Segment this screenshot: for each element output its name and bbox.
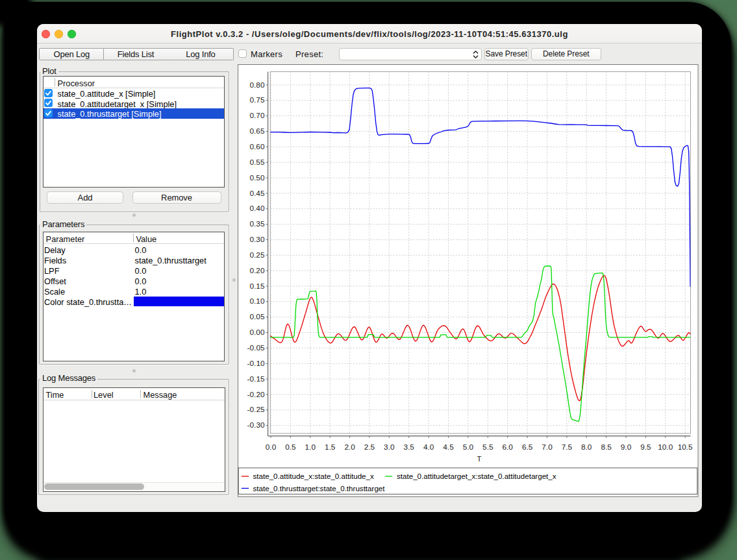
svg-text:3.5: 3.5 — [403, 442, 414, 451]
svg-text:5.5: 5.5 — [482, 442, 493, 451]
svg-text:-0.05: -0.05 — [247, 343, 265, 352]
svg-text:9.5: 9.5 — [640, 442, 651, 451]
svg-text:10.0: 10.0 — [658, 442, 673, 451]
svg-text:7.0: 7.0 — [542, 442, 553, 451]
svg-text:state_0.attitude_x:state_0.att: state_0.attitude_x:state_0.attitude_x — [253, 472, 374, 480]
svg-text:0.25: 0.25 — [250, 250, 265, 259]
svg-text:state_0.attitudetarget_x:state: state_0.attitudetarget_x:state_0.attitud… — [397, 472, 556, 480]
svg-text:0.40: 0.40 — [250, 204, 265, 213]
svg-text:0.20: 0.20 — [250, 265, 265, 274]
svg-text:0.5: 0.5 — [285, 442, 296, 451]
svg-text:0.55: 0.55 — [250, 157, 265, 166]
svg-text:0.05: 0.05 — [250, 312, 265, 321]
svg-text:0.60: 0.60 — [250, 141, 265, 151]
svg-text:0.10: 0.10 — [250, 297, 265, 306]
svg-text:4.5: 4.5 — [443, 442, 454, 451]
svg-text:8.0: 8.0 — [581, 442, 592, 451]
svg-text:9.0: 9.0 — [621, 442, 632, 451]
svg-text:0.15: 0.15 — [250, 281, 265, 290]
svg-text:state_0.thrusttarget:state_0.t: state_0.thrusttarget:state_0.thrusttarge… — [253, 483, 386, 492]
svg-text:0.50: 0.50 — [250, 173, 265, 182]
svg-text:0.0: 0.0 — [266, 442, 277, 451]
svg-text:0.70: 0.70 — [250, 111, 265, 120]
svg-text:2.5: 2.5 — [364, 442, 375, 451]
svg-text:4.0: 4.0 — [423, 442, 434, 451]
svg-text:-0.15: -0.15 — [247, 374, 265, 383]
svg-text:0.35: 0.35 — [250, 219, 265, 228]
svg-text:T: T — [477, 454, 481, 462]
svg-text:0.45: 0.45 — [250, 188, 265, 197]
svg-text:8.5: 8.5 — [601, 442, 612, 451]
svg-text:-0.30: -0.30 — [247, 420, 265, 430]
svg-text:1.5: 1.5 — [325, 442, 336, 451]
svg-text:-0.25: -0.25 — [247, 405, 265, 414]
svg-text:0.30: 0.30 — [250, 235, 265, 244]
svg-text:0.00: 0.00 — [250, 328, 265, 337]
svg-text:2.0: 2.0 — [344, 442, 355, 451]
svg-text:-0.20: -0.20 — [247, 389, 265, 398]
svg-text:3.0: 3.0 — [384, 442, 395, 451]
svg-text:5.0: 5.0 — [463, 442, 474, 451]
svg-text:6.0: 6.0 — [502, 442, 513, 451]
svg-text:-0.10: -0.10 — [247, 358, 265, 367]
svg-text:1.0: 1.0 — [305, 442, 316, 451]
svg-text:0.80: 0.80 — [250, 80, 265, 89]
svg-text:0.65: 0.65 — [250, 127, 265, 136]
svg-text:0.75: 0.75 — [250, 95, 265, 104]
svg-text:7.5: 7.5 — [562, 442, 573, 451]
svg-text:10.5: 10.5 — [678, 442, 693, 451]
svg-text:6.5: 6.5 — [522, 442, 533, 451]
